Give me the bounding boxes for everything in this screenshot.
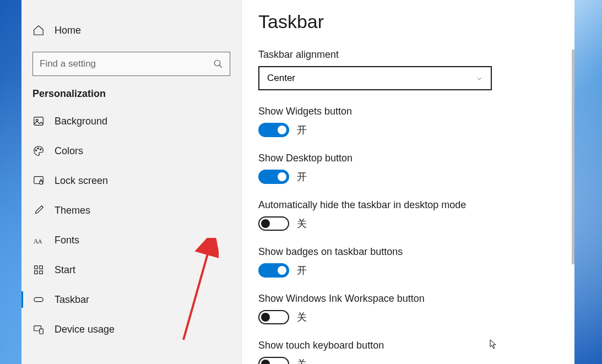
sidebar-item-lock-screen[interactable]: Lock screen <box>21 166 241 195</box>
toggle-label: Show Desktop button <box>258 153 558 164</box>
start-grid-icon <box>32 264 45 276</box>
palette-icon <box>32 145 45 157</box>
settings-window: Home Personalization Background Colors <box>21 0 574 364</box>
svg-rect-11 <box>35 266 37 269</box>
svg-rect-12 <box>40 266 43 269</box>
toggle-state: 开 <box>297 123 307 137</box>
lock-screen-icon <box>32 175 45 187</box>
taskbar-icon <box>32 294 45 306</box>
toggle-state: 开 <box>297 170 307 183</box>
svg-point-6 <box>40 149 41 150</box>
fonts-icon: AA <box>32 234 45 246</box>
sidebar-item-label: Taskbar <box>55 294 89 306</box>
alignment-label: Taskbar alignment <box>258 49 558 61</box>
chevron-down-icon <box>475 74 483 82</box>
toggle-label: Show Windows Ink Workspace button <box>258 293 558 305</box>
toggle-label: Show touch keyboard button <box>258 340 558 351</box>
svg-rect-14 <box>40 271 43 274</box>
desktop-toggle[interactable] <box>258 170 289 184</box>
toggle-badges: Show badges on taskbar buttons 开 <box>258 246 558 278</box>
toggle-desktop: Show Desktop button 开 <box>258 153 558 184</box>
toggle-label: Automatically hide the taskbar in deskto… <box>258 199 558 211</box>
alignment-dropdown[interactable]: Center <box>258 66 492 90</box>
sidebar-item-label: Themes <box>55 205 90 216</box>
ink-toggle[interactable] <box>258 310 289 324</box>
nav-label: Home <box>55 25 81 36</box>
toggle-ink: Show Windows Ink Workspace button 关 <box>258 293 558 324</box>
sidebar-item-label: Lock screen <box>55 175 108 187</box>
svg-point-0 <box>214 60 220 66</box>
toggle-state: 关 <box>297 217 307 230</box>
toggle-state: 开 <box>297 264 307 277</box>
device-usage-icon <box>32 323 45 335</box>
sidebar-item-label: Background <box>55 116 107 127</box>
toggle-touch-keyboard: Show touch keyboard button 关 <box>258 340 558 364</box>
widgets-toggle[interactable] <box>258 123 289 137</box>
sidebar-item-themes[interactable]: Themes <box>21 195 241 225</box>
sidebar-item-start[interactable]: Start <box>21 255 241 285</box>
content-area: Taskbar Taskbar alignment Center Show Wi… <box>242 0 574 364</box>
toggle-autohide: Automatically hide the taskbar in deskto… <box>258 199 558 231</box>
scrollbar[interactable] <box>572 0 574 364</box>
svg-rect-15 <box>34 297 44 301</box>
touch-keyboard-toggle[interactable] <box>258 357 289 364</box>
toggle-state: 关 <box>297 311 307 324</box>
sidebar-item-background[interactable]: Background <box>21 106 241 136</box>
sidebar: Home Personalization Background Colors <box>21 0 242 364</box>
sidebar-item-label: Fonts <box>55 235 79 246</box>
sidebar-item-label: Device usage <box>55 324 115 335</box>
search-input[interactable] <box>40 58 213 69</box>
svg-line-1 <box>219 65 222 68</box>
svg-point-5 <box>37 148 39 149</box>
brush-icon <box>32 204 45 216</box>
badges-toggle[interactable] <box>258 263 289 278</box>
sidebar-item-label: Start <box>55 264 75 276</box>
search-icon <box>213 59 223 69</box>
toggle-widgets: Show Widgets button 开 <box>258 106 558 137</box>
search-box[interactable] <box>32 52 230 76</box>
toggle-state: 关 <box>297 357 307 364</box>
toggle-label: Show Widgets button <box>258 106 558 117</box>
svg-rect-17 <box>40 329 43 334</box>
svg-rect-2 <box>34 117 44 126</box>
sidebar-item-taskbar[interactable]: Taskbar <box>21 285 241 314</box>
autohide-toggle[interactable] <box>258 216 289 231</box>
dropdown-value: Center <box>267 73 295 84</box>
page-title: Taskbar <box>258 11 558 32</box>
alignment-setting: Taskbar alignment Center <box>258 49 558 90</box>
home-icon <box>32 24 45 36</box>
sidebar-item-colors[interactable]: Colors <box>21 136 241 166</box>
sidebar-item-fonts[interactable]: AA Fonts <box>21 225 241 255</box>
svg-rect-8 <box>40 181 43 184</box>
sidebar-item-device-usage[interactable]: Device usage <box>21 314 241 344</box>
scrollbar-thumb[interactable] <box>572 50 574 264</box>
category-heading: Personalization <box>21 78 241 106</box>
toggle-label: Show badges on taskbar buttons <box>258 246 558 258</box>
sidebar-item-label: Colors <box>55 145 83 157</box>
svg-text:A: A <box>38 238 42 245</box>
image-icon <box>32 115 45 127</box>
svg-point-4 <box>35 150 36 151</box>
svg-rect-13 <box>35 271 37 274</box>
nav-home[interactable]: Home <box>21 15 241 45</box>
